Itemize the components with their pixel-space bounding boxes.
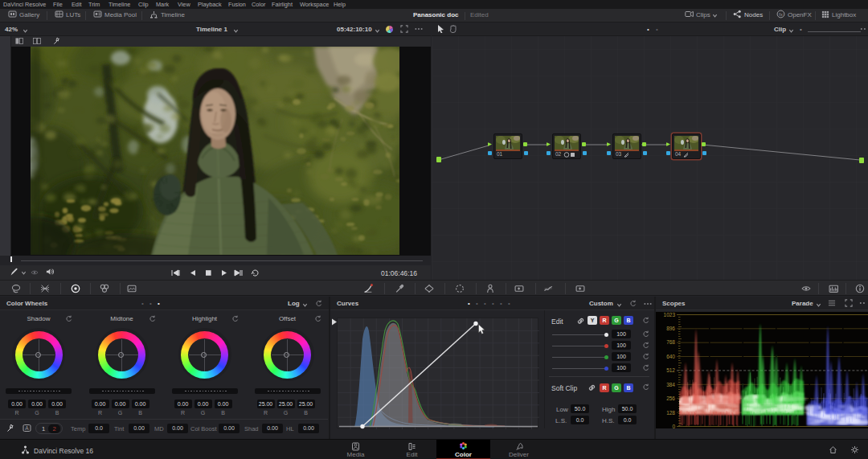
svg-text:A: A: [25, 425, 29, 431]
svg-text:fx: fx: [779, 12, 783, 17]
